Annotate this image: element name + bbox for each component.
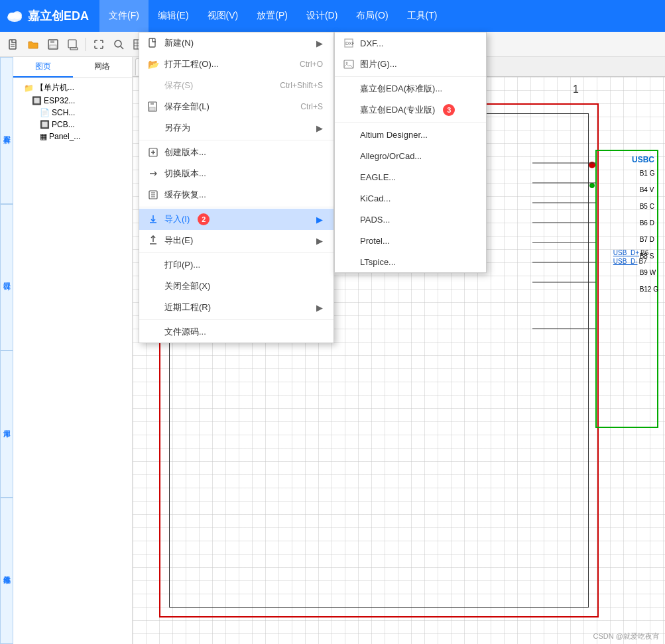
menu-place[interactable]: 放置(P)	[247, 0, 297, 32]
menu-layout[interactable]: 布局(O)	[347, 0, 397, 32]
toolbar-zoom-fit[interactable]	[90, 35, 108, 54]
toolbar-zoom-area[interactable]	[109, 35, 128, 54]
menu-closeall-label: 关闭全部(X)	[164, 280, 210, 292]
import-kicad[interactable]: KiCad...	[335, 188, 486, 209]
svg-rect-31	[151, 102, 154, 105]
sidebar-label-allprojects[interactable]: 所有工程	[0, 57, 13, 204]
toolbar-saveas[interactable]	[64, 35, 82, 54]
sidebar-labels: 所有工程 工程设计 常用库 器件标准化	[0, 57, 13, 644]
menu-saveall-label: 保存全部(L)	[164, 101, 210, 113]
sidebar-label-common-lib[interactable]: 常用库	[0, 350, 13, 498]
import-altium[interactable]: Altium Designer...	[335, 124, 486, 145]
open-shortcut: Ctrl+O	[286, 60, 323, 69]
menu-design[interactable]: 设计(D)	[297, 0, 347, 32]
menu-item-print[interactable]: 打印(P)...	[139, 254, 333, 276]
import-jlc-std-label: 嘉立创EDA(标准版)...	[360, 83, 442, 95]
menu-save-label: 保存(S)	[164, 80, 193, 91]
import-jlc-pro[interactable]: 嘉立创EDA(专业版) 3	[335, 99, 486, 121]
menu-switchver-label: 切换版本...	[164, 168, 206, 180]
import-pads[interactable]: PADS...	[335, 209, 486, 230]
import-eagle[interactable]: EAGLE...	[335, 166, 486, 188]
import-pads-label: PADS...	[360, 215, 390, 225]
toolbar-sep-1	[86, 38, 86, 51]
menu-item-export[interactable]: 导出(E) ▶	[139, 230, 333, 251]
menu-item-recent[interactable]: 近期工程(R) ▶	[139, 297, 333, 318]
toolbar-new[interactable]	[4, 35, 23, 54]
menu-item-source[interactable]: 文件源码...	[139, 321, 333, 343]
menu-item-save[interactable]: 保存(S) Ctrl+Shift+S	[139, 75, 333, 96]
left-panel: 所有工程 工程设计 常用库 器件标准化 图页 网络 📁 【单片机... 🔲 ES…	[0, 57, 133, 644]
import-allegro[interactable]: Allegro/OrCad...	[335, 145, 486, 166]
menu-open-label: 打开工程(O)...	[164, 58, 219, 70]
tree-item-pcb[interactable]: 🔲 PCB...	[16, 119, 129, 131]
tree-item-panel[interactable]: ▦ Panel_...	[16, 131, 129, 142]
toolbar-open[interactable]	[24, 35, 42, 54]
import-eagle-label: EAGLE...	[360, 172, 396, 182]
svg-line-12	[121, 46, 123, 49]
allegro-icon	[343, 150, 355, 162]
menu-import-label: 导入(I)	[164, 213, 190, 225]
file-dropdown: 新建(N) ▶ 📂 打开工程(O)... Ctrl+O 保存(S) Ctrl+S…	[139, 32, 334, 343]
svg-point-2	[13, 11, 22, 19]
saveas-placeholder	[147, 122, 159, 134]
saveas-icon	[67, 38, 79, 50]
tree-item-sch[interactable]: 📄 SCH...	[16, 107, 129, 119]
sidebar-label-component-std[interactable]: 器件标准化	[0, 498, 13, 645]
menu-item-create-ver[interactable]: 创建版本...	[139, 142, 333, 163]
left-tabs: 图页 网络	[13, 57, 132, 78]
pin-b6r: B6 D	[640, 219, 658, 227]
menu-view[interactable]: 视图(V)	[198, 0, 248, 32]
pin-b12: B12 G	[640, 286, 658, 293]
saveall-shortcut: Ctrl+S	[287, 102, 323, 111]
svg-point-38	[346, 62, 348, 64]
import-protel-label: Protel...	[360, 236, 390, 246]
menu-item-open[interactable]: 📂 打开工程(O)... Ctrl+O	[139, 54, 333, 75]
toolbar-save[interactable]	[44, 35, 62, 54]
import-ltspice[interactable]: LTspice...	[335, 251, 486, 272]
tab-pages[interactable]: 图页	[13, 57, 73, 78]
menu-saveas-label: 另存为	[164, 122, 190, 134]
menu-source-label: 文件源码...	[164, 326, 206, 338]
new-arrow: ▶	[316, 38, 323, 48]
menu-item-new[interactable]: 新建(N) ▶	[139, 32, 333, 54]
import-dxf[interactable]: DXF DXF...	[335, 32, 486, 54]
divider-4	[139, 319, 333, 320]
sidebar-label-project-design[interactable]: 工程设计	[0, 204, 13, 351]
import-kicad-label: KiCad...	[360, 193, 391, 203]
menu-edit[interactable]: 编辑(E)	[149, 0, 198, 32]
menu-item-save-as[interactable]: 另存为 ▶	[139, 117, 333, 138]
usbd-minus-label: USB_D-	[613, 258, 638, 265]
import-protel[interactable]: Protel...	[335, 230, 486, 251]
svg-rect-7	[50, 40, 54, 43]
import-altium-label: Altium Designer...	[360, 130, 428, 140]
tree-label-2: ESP32...	[44, 96, 75, 105]
tree-item-1[interactable]: 📁 【单片机...	[16, 81, 129, 95]
divider-2	[139, 207, 333, 207]
tab-netlist[interactable]: 网络	[73, 57, 133, 78]
menu-createver-label: 创建版本...	[164, 146, 206, 158]
import-jlc-std[interactable]: 嘉立创EDA(标准版)...	[335, 78, 486, 99]
jlc-std-icon	[343, 83, 355, 95]
menu-recent-label: 近期工程(R)	[164, 301, 211, 313]
project-tree: 📁 【单片机... 🔲 ESP32... 📄 SCH... 🔲 PCB... ▦	[13, 78, 132, 644]
create-ver-icon	[147, 146, 159, 158]
menu-item-cache[interactable]: 缓存恢复...	[139, 184, 333, 205]
kicad-icon	[343, 192, 355, 204]
menu-item-import[interactable]: 导入(I) 2 ▶	[139, 209, 333, 230]
menu-item-switch-ver[interactable]: 切换版本...	[139, 163, 333, 184]
pin-b8: B8 S	[640, 252, 658, 260]
import-image-label: 图片(G)...	[360, 58, 397, 70]
tree-label-panel: Panel_...	[49, 132, 80, 141]
project-panel: 图页 网络 📁 【单片机... 🔲 ESP32... 📄 SCH... 🔲	[13, 57, 132, 644]
menu-file[interactable]: 文件(F)	[99, 0, 149, 32]
menu-item-close-all[interactable]: 关闭全部(X)	[139, 276, 333, 297]
import-image[interactable]: 图片(G)...	[335, 54, 486, 75]
menu-tools[interactable]: 工具(T)	[398, 0, 447, 32]
image-icon	[343, 58, 355, 70]
sch-icon: 📄	[40, 108, 50, 117]
menu-item-save-all[interactable]: 保存全部(L) Ctrl+S	[139, 96, 333, 117]
pin-b5: B5 C	[640, 203, 658, 210]
eagle-icon	[343, 171, 355, 183]
tree-item-2[interactable]: 🔲 ESP32...	[16, 95, 129, 107]
usbd-plus-label: USB_D+	[613, 249, 639, 256]
